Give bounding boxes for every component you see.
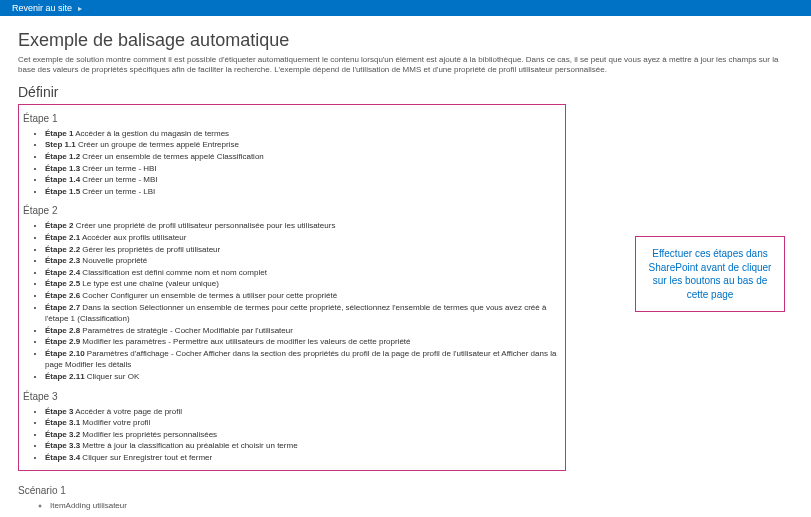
list-item: Étape 2.11 Cliquer sur OK [45, 371, 561, 383]
list-item: ItemAdding utilisateur [50, 500, 793, 512]
scenario1-list: ItemAdding utilisateur [18, 500, 793, 512]
list-item: Étape 2.7 Dans la section Sélectionner u… [45, 302, 561, 325]
list-item: Étape 2.3 Nouvelle propriété [45, 255, 561, 267]
list-item: Étape 1.5 Créer un terme - LBI [45, 186, 561, 198]
list-item: Étape 2.1 Accéder aux profils utilisateu… [45, 232, 561, 244]
scenario1-heading: Scénario 1 [18, 485, 793, 496]
back-to-site-link[interactable]: Revenir au site [12, 3, 72, 13]
arrow-right-icon: ▸ [78, 4, 82, 13]
list-item: Étape 2.10 Paramètres d'affichage - Coch… [45, 348, 561, 371]
list-item: Étape 2.4 Classification est défini comm… [45, 267, 561, 279]
callout-box: Effectuer ces étapes dans SharePoint ava… [635, 236, 785, 312]
definir-heading: Définir [18, 84, 793, 100]
list-item: Étape 3.2 Modifier les propriétés person… [45, 429, 561, 441]
etape2-heading: Étape 2 [23, 205, 561, 216]
list-item: Étape 2.6 Cocher Configurer un ensemble … [45, 290, 561, 302]
list-item: Étape 3 Accéder à votre page de profil [45, 406, 561, 418]
list-item: Étape 1.3 Créer un terme - HBI [45, 163, 561, 175]
list-item: Étape 1 Accéder à la gestion du magasin … [45, 128, 561, 140]
top-bar: Revenir au site ▸ [0, 0, 811, 16]
list-item: Étape 2.8 Paramètres de stratégie - Coch… [45, 325, 561, 337]
etape3-heading: Étape 3 [23, 391, 561, 402]
etape1-list: Étape 1 Accéder à la gestion du magasin … [23, 128, 561, 198]
page-content: Exemple de balisage automatique Cet exem… [0, 16, 811, 517]
list-item: Étape 2 Créer une propriété de profil ut… [45, 220, 561, 232]
list-item: Étape 2.2 Gérer les propriétés de profil… [45, 244, 561, 256]
etape1-heading: Étape 1 [23, 113, 561, 124]
list-item: Étape 1.4 Créer un terme - MBI [45, 174, 561, 186]
list-item: Step 1.1 Créer un groupe de termes appel… [45, 139, 561, 151]
list-item: Étape 3.4 Cliquer sur Enregistrer tout e… [45, 452, 561, 464]
list-item: Étape 2.5 Le type est une chaîne (valeur… [45, 278, 561, 290]
etape2-list: Étape 2 Créer une propriété de profil ut… [23, 220, 561, 382]
intro-text: Cet exemple de solution montre comment i… [18, 55, 793, 76]
steps-box: Étape 1 Étape 1 Accéder à la gestion du … [18, 104, 566, 471]
list-item: Étape 2.9 Modifier les paramètres - Perm… [45, 336, 561, 348]
etape3-list: Étape 3 Accéder à votre page de profil É… [23, 406, 561, 464]
list-item: Étape 3.3 Mettre à jour la classificatio… [45, 440, 561, 452]
page-title: Exemple de balisage automatique [18, 30, 793, 51]
list-item: Étape 3.1 Modifier votre profil [45, 417, 561, 429]
list-item: Étape 1.2 Créer un ensemble de termes ap… [45, 151, 561, 163]
